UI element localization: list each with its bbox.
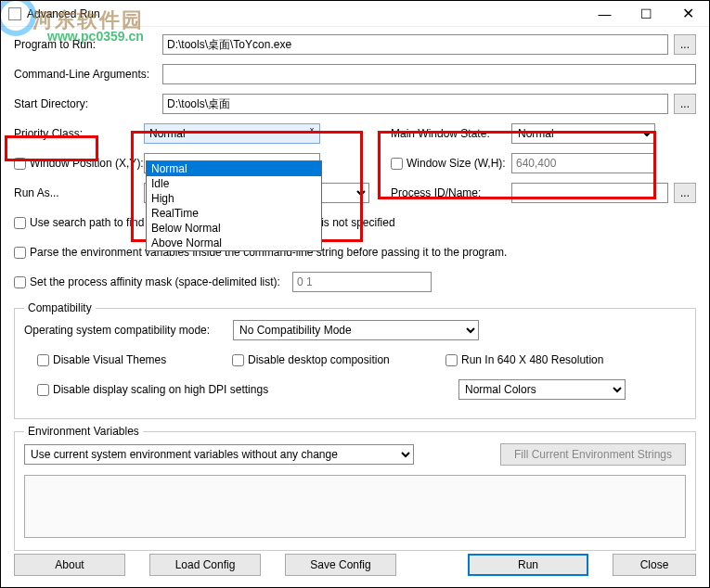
start-dir-input[interactable] <box>162 94 668 114</box>
priority-option-below-normal[interactable]: Below Normal <box>147 221 321 236</box>
priority-option-above-normal[interactable]: Above Normal <box>147 236 321 250</box>
window-size-label: Window Size (W,H): <box>407 157 506 170</box>
set-affinity-check[interactable] <box>14 276 26 288</box>
main-window-state-select[interactable]: Normal <box>511 123 655 144</box>
priority-class-select[interactable]: Normal ˅ <box>144 123 320 144</box>
window-position-label: Window Position (X,Y): <box>30 157 144 170</box>
window-size-checkbox[interactable]: Window Size (W,H): <box>391 157 511 170</box>
disable-desktop-comp-checkbox[interactable]: Disable desktop composition <box>232 353 445 366</box>
env-mode-select[interactable]: Use current system environment variables… <box>24 444 414 465</box>
priority-class-dropdown[interactable]: Normal Idle High RealTime Below Normal A… <box>146 160 322 251</box>
disable-visual-themes-label: Disable Visual Themes <box>53 353 166 366</box>
titlebar: Advanced Run — ☐ ✕ <box>1 1 709 27</box>
run-640x480-checkbox[interactable]: Run In 640 X 480 Resolution <box>445 353 603 366</box>
disable-desktop-comp-label: Disable desktop composition <box>248 353 390 366</box>
program-to-run-input[interactable] <box>162 34 668 55</box>
program-browse-button[interactable]: ... <box>674 34 696 55</box>
maximize-button[interactable]: ☐ <box>626 1 667 27</box>
save-config-button[interactable]: Save Config <box>285 554 396 576</box>
start-dir-label: Start Directory: <box>14 97 162 110</box>
process-id-name-label: Process ID/Name: <box>391 186 511 199</box>
run-button[interactable]: Run <box>468 554 588 576</box>
about-button[interactable]: About <box>14 554 125 576</box>
disable-visual-themes-checkbox[interactable]: Disable Visual Themes <box>37 353 232 366</box>
compat-mode-label: Operating system compatibility mode: <box>24 324 233 337</box>
compat-mode-select[interactable]: No Compatibility Mode <box>233 320 479 340</box>
window-position-checkbox[interactable]: Window Position (X,Y): <box>14 157 144 170</box>
use-search-path-checkbox[interactable]: Use search path to find the program loca… <box>14 212 696 233</box>
close-button[interactable]: Close <box>613 554 696 576</box>
start-dir-browse-button[interactable]: ... <box>674 94 696 114</box>
close-window-button[interactable]: ✕ <box>667 1 709 27</box>
window-size-check[interactable] <box>391 158 403 170</box>
priority-option-idle[interactable]: Idle <box>147 176 321 191</box>
disable-visual-themes-check[interactable] <box>37 354 49 366</box>
priority-class-value: Normal <box>149 127 186 140</box>
compatibility-legend: Compatibility <box>24 301 96 314</box>
disable-dpi-scaling-label: Disable display scaling on high DPI sett… <box>53 383 268 396</box>
process-browse-button[interactable]: ... <box>674 183 696 203</box>
affinity-input <box>292 272 432 292</box>
fill-env-button: Fill Current Environment Strings <box>500 443 686 466</box>
app-icon <box>8 7 21 20</box>
main-window-state-label: Main Window State: <box>391 127 511 140</box>
window-size-input <box>511 153 655 173</box>
window-title: Advanced Run <box>27 7 584 20</box>
run-640x480-check[interactable] <box>445 354 458 366</box>
cmdline-args-input[interactable] <box>162 64 696 84</box>
priority-class-label: Priority Class: <box>14 127 144 140</box>
env-vars-legend: Environment Variables <box>24 425 143 438</box>
content-area: Program to Run: ... Command-Line Argumen… <box>1 27 709 564</box>
minimize-button[interactable]: — <box>584 1 626 27</box>
button-bar: About Load Config Save Config Run Close <box>14 554 696 576</box>
cmdline-args-label: Command-Line Arguments: <box>14 68 162 81</box>
disable-desktop-comp-check[interactable] <box>232 354 244 366</box>
disable-dpi-scaling-checkbox[interactable]: Disable display scaling on high DPI sett… <box>37 383 458 396</box>
run-as-label: Run As... <box>14 186 144 199</box>
process-id-name-input[interactable] <box>511 183 668 203</box>
set-affinity-label: Set the process affinity mask (space-del… <box>30 275 280 288</box>
set-affinity-checkbox[interactable]: Set the process affinity mask (space-del… <box>14 275 292 288</box>
load-config-button[interactable]: Load Config <box>149 554 261 576</box>
env-vars-group: Environment Variables Use current system… <box>14 425 696 551</box>
env-textarea <box>24 475 686 538</box>
compatibility-group: Compatibility Operating system compatibi… <box>14 301 696 419</box>
window-buttons: — ☐ ✕ <box>584 1 709 27</box>
colors-select[interactable]: Normal Colors <box>458 379 626 400</box>
priority-option-high[interactable]: High <box>147 191 321 206</box>
window-position-check[interactable] <box>14 158 26 170</box>
chevron-down-icon: ˅ <box>304 127 319 140</box>
priority-option-realtime[interactable]: RealTime <box>147 206 321 221</box>
parse-env-check[interactable] <box>14 247 26 259</box>
run-640x480-label: Run In 640 X 480 Resolution <box>461 353 603 366</box>
disable-dpi-scaling-check[interactable] <box>37 384 49 396</box>
priority-option-normal[interactable]: Normal <box>147 161 321 176</box>
use-search-path-check[interactable] <box>14 217 26 229</box>
program-to-run-label: Program to Run: <box>14 38 162 51</box>
parse-env-checkbox[interactable]: Parse the environment variables inside t… <box>14 242 696 262</box>
